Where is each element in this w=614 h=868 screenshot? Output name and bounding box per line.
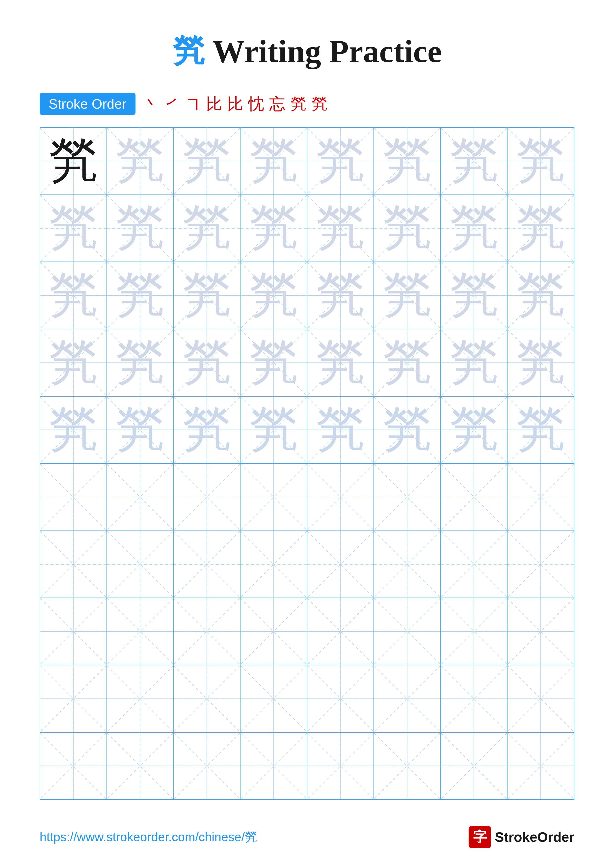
grid-cell[interactable] [507, 665, 574, 732]
grid-cell[interactable]: 㷀 [307, 195, 374, 262]
grid-cell[interactable] [241, 598, 307, 665]
grid-cell[interactable]: 㷀 [441, 262, 508, 329]
grid-cell[interactable] [507, 733, 574, 800]
stroke-sequence: 丶 ㇒ ㇕ 比 比 忱 忘 㷀 㷀 [143, 93, 328, 115]
grid-cell[interactable]: 㷀 [241, 195, 307, 262]
grid-cell[interactable] [40, 665, 107, 732]
grid-cell[interactable] [507, 531, 574, 598]
grid-cell[interactable]: 㷀 [40, 128, 107, 194]
grid-cell[interactable]: 㷀 [107, 262, 174, 329]
grid-cell[interactable]: 㷀 [441, 195, 508, 262]
grid-cell[interactable] [174, 464, 241, 530]
svg-line-184 [441, 464, 507, 530]
grid-cell[interactable]: 㷀 [441, 397, 508, 463]
grid-cell[interactable]: 㷀 [374, 128, 441, 194]
grid-cell[interactable] [174, 531, 241, 598]
grid-cell[interactable] [441, 598, 508, 665]
svg-line-317 [507, 733, 574, 799]
grid-cell[interactable] [174, 598, 241, 665]
grid-cell[interactable] [441, 665, 508, 732]
grid-cell[interactable]: 㷀 [507, 397, 574, 463]
grid-cell[interactable]: 㷀 [307, 262, 374, 329]
grid-cell[interactable] [441, 733, 508, 800]
grid-cell[interactable]: 㷀 [241, 128, 307, 194]
grid-cell[interactable]: 㷀 [441, 329, 508, 396]
svg-line-297 [174, 733, 240, 799]
footer-url: https://www.strokeorder.com/chinese/㷀 [40, 829, 257, 845]
grid-cell[interactable]: 㷀 [374, 397, 441, 463]
grid-cell[interactable]: 㷀 [507, 329, 574, 396]
grid-cell[interactable] [307, 531, 374, 598]
grid-cell[interactable]: 㷀 [174, 195, 241, 262]
grid-cell[interactable]: 㷀 [40, 262, 107, 329]
footer-brand: 字 StrokeOrder [469, 826, 574, 848]
grid-cell[interactable]: 㷀 [374, 195, 441, 262]
grid-cell[interactable] [374, 733, 441, 800]
svg-line-245 [374, 598, 440, 665]
grid-cell[interactable]: 㷀 [507, 128, 574, 194]
grid-cell[interactable]: 㷀 [40, 329, 107, 396]
grid-cell[interactable]: 㷀 [441, 128, 508, 194]
grid-cell[interactable]: 㷀 [241, 329, 307, 396]
grid-cell[interactable]: 㷀 [241, 397, 307, 463]
grid-cell[interactable] [307, 598, 374, 665]
svg-line-268 [241, 666, 307, 732]
svg-line-300 [241, 733, 307, 799]
svg-line-201 [174, 531, 240, 598]
grid-cell[interactable] [241, 733, 307, 800]
svg-line-308 [374, 733, 440, 799]
grid-cell[interactable] [107, 531, 174, 598]
grid-cell[interactable] [107, 464, 174, 530]
grid-cell[interactable] [374, 531, 441, 598]
grid-cell[interactable] [40, 598, 107, 665]
grid-cell[interactable] [374, 598, 441, 665]
grid-cell[interactable]: 㷀 [107, 397, 174, 463]
grid-cell[interactable] [241, 464, 307, 530]
grid-cell[interactable] [441, 464, 508, 530]
grid-cell[interactable]: 㷀 [307, 397, 374, 463]
grid-cell[interactable] [374, 464, 441, 530]
grid-cell[interactable] [507, 598, 574, 665]
grid-cell[interactable]: 㷀 [507, 195, 574, 262]
grid-cell[interactable] [307, 733, 374, 800]
grid-cell[interactable] [241, 665, 307, 732]
grid-cell[interactable]: 㷀 [374, 329, 441, 396]
grid-cell[interactable]: 㷀 [174, 128, 241, 194]
grid-cell[interactable] [241, 531, 307, 598]
svg-line-233 [174, 598, 240, 665]
grid-cell[interactable] [174, 665, 241, 732]
grid-cell[interactable] [307, 464, 374, 530]
grid-cell[interactable] [307, 665, 374, 732]
svg-line-301 [241, 733, 307, 799]
grid-cell[interactable] [40, 464, 107, 530]
grid-cell[interactable] [40, 733, 107, 800]
grid-cell[interactable] [174, 733, 241, 800]
grid-cell[interactable] [107, 733, 174, 800]
svg-line-229 [107, 598, 173, 665]
grid-cell[interactable]: 㷀 [174, 329, 241, 396]
grid-cell[interactable]: 㷀 [307, 128, 374, 194]
grid-cell[interactable] [107, 665, 174, 732]
stroke-8: 㷀 [290, 93, 306, 115]
grid-cell[interactable] [107, 598, 174, 665]
grid-cell[interactable]: 㷀 [241, 262, 307, 329]
grid-cell[interactable]: 㷀 [107, 195, 174, 262]
grid-cell[interactable]: 㷀 [174, 397, 241, 463]
grid-cell[interactable] [441, 531, 508, 598]
svg-line-200 [174, 531, 240, 598]
grid-cell[interactable] [40, 531, 107, 598]
grid-cell[interactable]: 㷀 [40, 195, 107, 262]
grid-cell[interactable]: 㷀 [507, 262, 574, 329]
grid-cell[interactable] [374, 665, 441, 732]
grid-cell[interactable]: 㷀 [174, 262, 241, 329]
grid-cell[interactable]: 㷀 [107, 329, 174, 396]
grid-cell[interactable] [507, 464, 574, 530]
grid-cell[interactable]: 㷀 [374, 262, 441, 329]
svg-line-192 [40, 531, 107, 598]
svg-line-256 [40, 666, 107, 732]
practice-char: 㷀 [241, 128, 307, 194]
grid-cell[interactable]: 㷀 [107, 128, 174, 194]
grid-cell[interactable]: 㷀 [307, 329, 374, 396]
grid-cell[interactable]: 㷀 [40, 397, 107, 463]
stroke-order-badge: Stroke Order [40, 93, 135, 115]
